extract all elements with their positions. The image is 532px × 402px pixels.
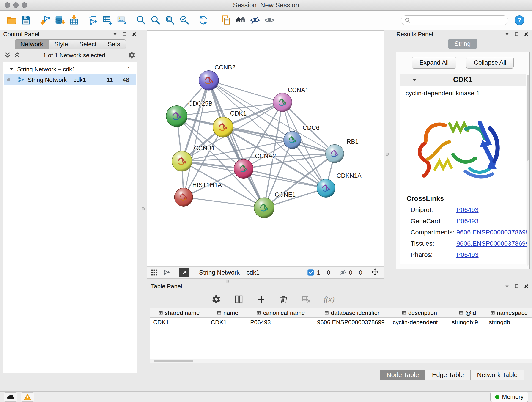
- import-network-database-icon[interactable]: [54, 14, 65, 26]
- clone-network-icon[interactable]: [87, 14, 99, 26]
- refresh-layout-icon[interactable]: [197, 14, 209, 26]
- collapse-all-networks-icon[interactable]: [14, 52, 21, 59]
- tab-select[interactable]: Select: [74, 39, 102, 49]
- network-node-cdc25b[interactable]: [166, 106, 187, 127]
- memory-button[interactable]: Memory: [490, 392, 528, 402]
- selected-nodes-checkbox[interactable]: [307, 269, 314, 276]
- network-edge[interactable]: [209, 80, 335, 154]
- window-zoom-button[interactable]: [22, 2, 27, 8]
- tab-network[interactable]: Network: [15, 39, 49, 49]
- gene-collapse-icon[interactable]: [412, 77, 417, 82]
- close-panel-icon[interactable]: [524, 284, 529, 289]
- network-node-cdc6[interactable]: [284, 131, 301, 149]
- right-splitter-handle[interactable]: [386, 153, 389, 156]
- crosslink-value-link[interactable]: P06493: [456, 217, 479, 225]
- show-graphics-details-icon[interactable]: [264, 14, 275, 26]
- network-edge[interactable]: [184, 197, 264, 208]
- tab-edge-table[interactable]: Edge Table: [425, 370, 471, 380]
- delete-row-icon[interactable]: [279, 294, 288, 304]
- float-panel-icon[interactable]: [122, 32, 127, 37]
- column-header--id[interactable]: @id: [449, 308, 486, 317]
- open-session-icon[interactable]: [6, 14, 17, 26]
- network-node-cdk1[interactable]: [213, 117, 233, 137]
- function-builder-icon[interactable]: f(x): [324, 295, 335, 304]
- network-edge[interactable]: [209, 80, 283, 102]
- help-button[interactable]: ?: [514, 15, 525, 26]
- float-panel-icon[interactable]: [514, 284, 519, 289]
- expand-all-networks-icon[interactable]: [4, 52, 11, 59]
- table-settings-icon[interactable]: [211, 294, 221, 304]
- save-session-icon[interactable]: [20, 14, 32, 26]
- manage-columns-icon[interactable]: [234, 294, 244, 304]
- left-splitter-handle[interactable]: [142, 207, 145, 211]
- cloud-status-button[interactable]: [4, 392, 17, 402]
- export-image-icon[interactable]: [116, 14, 128, 26]
- network-overview-icon[interactable]: [163, 269, 170, 276]
- tab-style[interactable]: Style: [49, 39, 74, 49]
- import-network-icon[interactable]: [39, 14, 51, 26]
- crosslink-value-link[interactable]: P06493: [456, 251, 479, 259]
- window-minimize-button[interactable]: [13, 2, 19, 8]
- crosslink-value-link[interactable]: 9606.ENSP00000378699: [456, 240, 529, 247]
- window-close-button[interactable]: [5, 2, 10, 8]
- hide-graphics-details-icon[interactable]: [249, 14, 261, 26]
- column-header-description[interactable]: description: [390, 308, 449, 317]
- column-header-shared-name[interactable]: shared name: [150, 308, 208, 317]
- network-node-ccna1[interactable]: [273, 93, 292, 112]
- column-header-name[interactable]: name: [208, 308, 247, 317]
- network-collection-row[interactable]: String Network – cdk1 1: [3, 64, 137, 75]
- network-node-ccne1[interactable]: [254, 198, 274, 218]
- crosslink-value-link[interactable]: P06493: [456, 206, 479, 214]
- hidden-items-icon[interactable]: [339, 269, 346, 276]
- open-external-button[interactable]: [179, 268, 190, 277]
- copy-annotation-icon[interactable]: [220, 14, 232, 26]
- network-canvas[interactable]: CCNB2CCNA1CDC25BCDK1CDC6RB1CCNB1CCNA2CDK…: [147, 31, 384, 266]
- collapse-panel-icon[interactable]: [505, 32, 510, 37]
- string-tab-badge[interactable]: String: [448, 39, 477, 49]
- float-panel-icon[interactable]: [514, 32, 519, 37]
- expand-all-button[interactable]: Expand All: [412, 57, 456, 69]
- collapse-panel-icon[interactable]: [113, 32, 118, 37]
- tab-sets[interactable]: Sets: [102, 39, 126, 49]
- tab-node-table[interactable]: Node Table: [380, 370, 425, 380]
- network-node-rb1[interactable]: [326, 145, 344, 163]
- network-edge[interactable]: [244, 169, 326, 188]
- network-node-ccnb2[interactable]: [199, 70, 219, 90]
- search-box[interactable]: [401, 15, 508, 25]
- collection-expand-icon[interactable]: [9, 67, 13, 71]
- column-header-database-identifier[interactable]: database identifier: [314, 308, 390, 317]
- network-node-cdkn1a[interactable]: [317, 179, 335, 197]
- zoom-out-icon[interactable]: [150, 14, 161, 26]
- network-node-hist1h1a[interactable]: [174, 188, 193, 206]
- import-table-icon[interactable]: [68, 14, 80, 26]
- zoom-selected-icon[interactable]: [178, 14, 190, 26]
- close-panel-icon[interactable]: [524, 32, 529, 37]
- clear-table-icon[interactable]: [301, 294, 311, 304]
- warnings-button[interactable]: [21, 392, 34, 402]
- table-horizontal-scrollbar[interactable]: [150, 359, 532, 363]
- pan-tool-icon[interactable]: [371, 268, 380, 277]
- gene-section-header[interactable]: CDK1: [400, 74, 526, 86]
- table-row[interactable]: CDK1CDK1P064939606.ENSP00000378699cyclin…: [150, 318, 532, 327]
- tab-network-table[interactable]: Network Table: [470, 370, 524, 380]
- birds-eye-view-icon[interactable]: [151, 269, 158, 276]
- collapse-panel-icon[interactable]: [505, 284, 510, 289]
- add-row-icon[interactable]: [256, 294, 266, 304]
- results-scrollbar[interactable]: [526, 75, 529, 266]
- crosslink-value-link[interactable]: 9606.ENSP00000378699: [456, 229, 529, 236]
- close-panel-icon[interactable]: [132, 32, 137, 37]
- column-header-canonical-name[interactable]: canonical name: [247, 308, 314, 317]
- network-view[interactable]: CCNB2CCNA1CDC25BCDK1CDC6RB1CCNB1CCNA2CDK…: [147, 31, 384, 279]
- network-row-selected[interactable]: String Network – cdk1 11 48: [4, 75, 136, 85]
- network-from-table-icon[interactable]: [102, 14, 113, 26]
- network-node-ccna2[interactable]: [234, 159, 253, 178]
- search-input[interactable]: [413, 16, 505, 24]
- string-home-icon[interactable]: [235, 14, 246, 26]
- network-edge[interactable]: [209, 80, 264, 208]
- column-header-namespace[interactable]: namespace: [486, 308, 532, 317]
- network-options-gear-icon[interactable]: [128, 51, 136, 59]
- zoom-fit-icon[interactable]: [164, 14, 176, 26]
- collapse-all-button[interactable]: Collapse All: [466, 57, 514, 69]
- network-node-ccnb1[interactable]: [172, 151, 192, 171]
- zoom-in-icon[interactable]: [135, 14, 147, 26]
